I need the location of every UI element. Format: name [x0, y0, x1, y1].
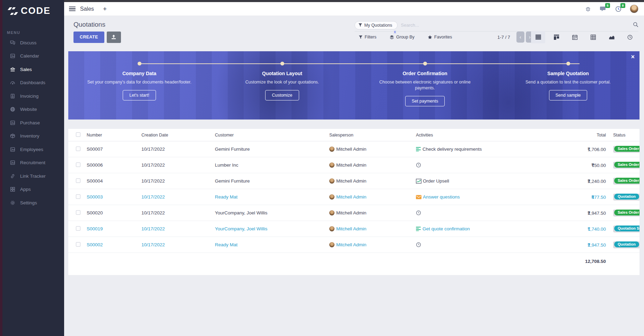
messages-count-badge: 5: [605, 3, 610, 8]
hamburger-menu-icon[interactable]: [69, 6, 76, 12]
sidebar-menu: DiscussCalendarSalesDashboardsInvoicingW…: [0, 36, 64, 210]
sidebar-item-website[interactable]: Website: [0, 103, 64, 116]
view-switcher: [531, 31, 637, 43]
set-payments-button[interactable]: Set payments: [405, 96, 445, 106]
sidebar-item-invoicing[interactable]: Invoicing: [0, 89, 64, 103]
star-icon: [428, 35, 432, 39]
salesperson-avatar: [329, 162, 334, 168]
step-dot: [423, 62, 427, 65]
sidebar-item-dashboards[interactable]: Dashboards: [0, 76, 64, 90]
gauge-icon: [10, 80, 16, 86]
list-view-button[interactable]: [531, 31, 545, 43]
export-button[interactable]: [107, 32, 121, 43]
row-checkbox[interactable]: [76, 178, 80, 183]
activity-count-badge: 8: [620, 3, 625, 8]
sidebar-item-settings[interactable]: Settings: [0, 196, 64, 210]
image-icon: [10, 147, 16, 152]
pivot-view-button[interactable]: [586, 31, 600, 43]
menu-section-label: MENU: [7, 30, 20, 35]
banner-close-icon[interactable]: ×: [631, 53, 635, 61]
user-avatar[interactable]: [630, 5, 638, 13]
activity-label[interactable]: Get quote confirmation: [423, 226, 470, 231]
row-checkbox[interactable]: [76, 226, 80, 231]
table-footer-row: 12,708.50: [68, 253, 639, 269]
sidebar-item-purchase[interactable]: Purchase: [0, 116, 64, 130]
pager: 1-7 / 7 ‹ ›: [497, 32, 534, 43]
invoice-icon: [10, 93, 16, 99]
sidebar-item-inventory[interactable]: Inventory: [0, 130, 64, 143]
salesperson-avatar: [329, 178, 334, 184]
sidebar-item-apps[interactable]: Apps: [0, 183, 64, 196]
sidebar-item-discuss[interactable]: Discuss: [0, 36, 64, 50]
sidebar-item-link-tracker[interactable]: Link Tracker: [0, 169, 64, 183]
control-row: CREATE Filters Group By Favorites 1-7 / …: [64, 30, 644, 44]
image-icon: [10, 120, 16, 126]
calendar-view-button[interactable]: [568, 31, 582, 43]
select-all-checkbox[interactable]: [76, 132, 80, 137]
sidebar-item-calendar[interactable]: Calendar: [0, 50, 64, 63]
column-header-creation-date[interactable]: Creation Date: [138, 133, 212, 138]
graph-view-button[interactable]: [604, 31, 619, 43]
lets-start-button[interactable]: Let's start!: [123, 90, 156, 100]
app-title: Sales: [80, 6, 94, 12]
step-dot: [280, 62, 284, 65]
group-by-button[interactable]: Group By: [390, 35, 415, 39]
active-filter-chip[interactable]: My Quotations: [355, 21, 398, 29]
column-header-number[interactable]: Number: [84, 133, 138, 138]
activity-clock-icon[interactable]: 8: [615, 5, 622, 13]
layers-icon: [390, 35, 394, 39]
clock-icon: [416, 210, 421, 215]
messages-icon[interactable]: 5: [599, 5, 607, 13]
quotation-row-S00019[interactable]: S0001910/17/2022YourCompany, Joel Willis…: [68, 221, 639, 237]
row-checkbox[interactable]: [76, 162, 80, 167]
status-badge: Quotation Sent: [613, 226, 639, 232]
app-logo: CODE: [8, 6, 51, 16]
new-tab-plus-button[interactable]: +: [103, 5, 107, 13]
kanban-view-button[interactable]: [549, 31, 564, 43]
customize-button[interactable]: Customize: [265, 90, 299, 100]
status-badge: Sales Order: [613, 178, 639, 185]
salesperson-avatar: [329, 194, 334, 200]
activity-label[interactable]: Order Upsell: [423, 178, 449, 184]
column-header-status[interactable]: Status: [607, 133, 639, 138]
row-checkbox[interactable]: [76, 194, 80, 199]
row-checkbox[interactable]: [76, 242, 80, 247]
favorites-button[interactable]: Favorites: [428, 35, 452, 39]
activity-label[interactable]: Answer questions: [423, 194, 460, 200]
salesperson-avatar: [329, 147, 334, 152]
activity-label[interactable]: Check delivery requirements: [423, 147, 482, 152]
column-header-activities[interactable]: Activities: [413, 133, 558, 138]
row-checkbox[interactable]: [76, 147, 80, 151]
row-checkbox[interactable]: [76, 210, 80, 215]
page-title: Quotations: [73, 21, 105, 28]
quotation-row-S00007[interactable]: S0000710/17/2022Gemini FurnitureMitchell…: [68, 141, 639, 157]
sidebar-item-employees[interactable]: Employees: [0, 143, 64, 156]
column-header-customer[interactable]: Customer: [212, 133, 326, 138]
quotation-row-S00006[interactable]: S0000610/17/2022Lumber IncMitchell Admin…: [68, 157, 639, 173]
column-header-salesperson[interactable]: Salesperson: [326, 133, 413, 138]
tasks-list-icon: [416, 147, 421, 152]
create-button[interactable]: CREATE: [73, 32, 104, 43]
quotation-row-S00004[interactable]: S0000410/17/2022Gemini FurnitureMitchell…: [68, 173, 639, 189]
quotation-row-S00003[interactable]: S0000310/17/2022Ready MatMitchell AdminA…: [68, 189, 639, 205]
onboarding-banner: Company Data Set your company's data for…: [68, 51, 639, 120]
column-header-total[interactable]: Total: [558, 133, 607, 138]
activity-view-button[interactable]: [623, 31, 637, 43]
topbar: Sales + 5 8: [64, 2, 644, 16]
salesperson-avatar: [329, 226, 334, 231]
filters-button[interactable]: Filters: [359, 35, 376, 39]
sidebar-item-recruitment[interactable]: Recruitment: [0, 156, 64, 170]
search-options: Filters Group By Favorites: [359, 35, 452, 39]
search-input[interactable]: [401, 23, 633, 28]
quotation-row-S00020[interactable]: S0002010/17/2022YourCompany, Joel Willis…: [68, 205, 639, 221]
link-icon: [10, 173, 16, 179]
funnel-icon: [358, 23, 362, 27]
quotation-row-S00002[interactable]: S0000210/17/2022Ready MatMitchell Admin₹…: [68, 237, 639, 253]
tasks-list-icon: [416, 227, 421, 231]
search-bar: My Quotations x: [355, 19, 638, 32]
search-icon[interactable]: [633, 22, 638, 29]
pager-previous-button[interactable]: ‹: [516, 32, 524, 43]
debug-bug-icon[interactable]: [584, 5, 592, 13]
send-sample-button[interactable]: Send sample: [549, 90, 588, 100]
sidebar-item-sales[interactable]: Sales: [0, 63, 64, 76]
